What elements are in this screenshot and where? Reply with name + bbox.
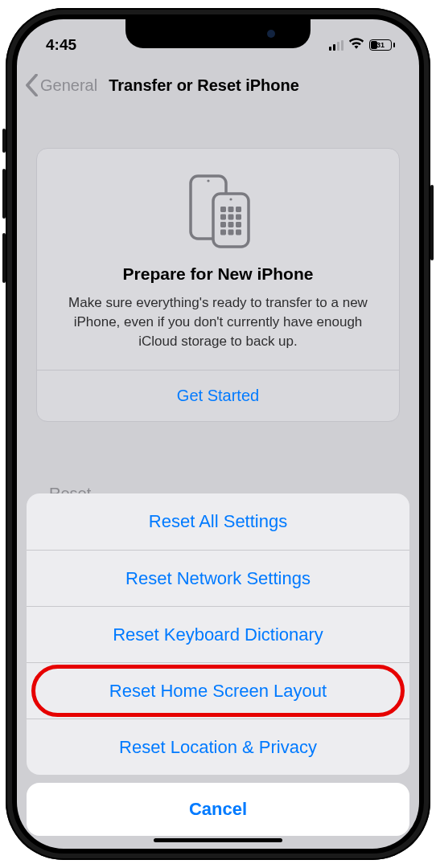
screen: 4:45 31	[17, 19, 419, 849]
reset-option-4[interactable]: Reset Location & Privacy	[27, 719, 409, 775]
power-button	[430, 185, 434, 260]
cancel-button[interactable]: Cancel	[27, 783, 409, 836]
reset-option-label: Reset All Settings	[149, 511, 287, 532]
volume-up-button	[2, 169, 6, 219]
action-sheet-group: Reset All SettingsReset Network Settings…	[27, 493, 409, 775]
action-sheet: Reset Reset All SettingsReset Network Se…	[27, 493, 409, 836]
reset-option-1[interactable]: Reset Network Settings	[27, 550, 409, 606]
device-frame: 4:45 31	[6, 8, 430, 860]
reset-option-label: Reset Network Settings	[125, 568, 311, 589]
reset-option-0[interactable]: Reset All Settings	[27, 493, 409, 550]
mute-switch	[2, 129, 6, 153]
reset-option-label: Reset Keyboard Dictionary	[113, 624, 323, 645]
reset-option-2[interactable]: Reset Keyboard Dictionary	[27, 606, 409, 662]
front-camera	[267, 30, 275, 38]
volume-down-button	[2, 233, 6, 283]
reset-option-label: Reset Location & Privacy	[119, 737, 317, 758]
home-indicator[interactable]	[154, 838, 282, 842]
notch	[125, 19, 311, 48]
reset-option-label: Reset Home Screen Layout	[109, 681, 327, 702]
reset-option-3[interactable]: Reset Home Screen Layout	[27, 662, 409, 719]
